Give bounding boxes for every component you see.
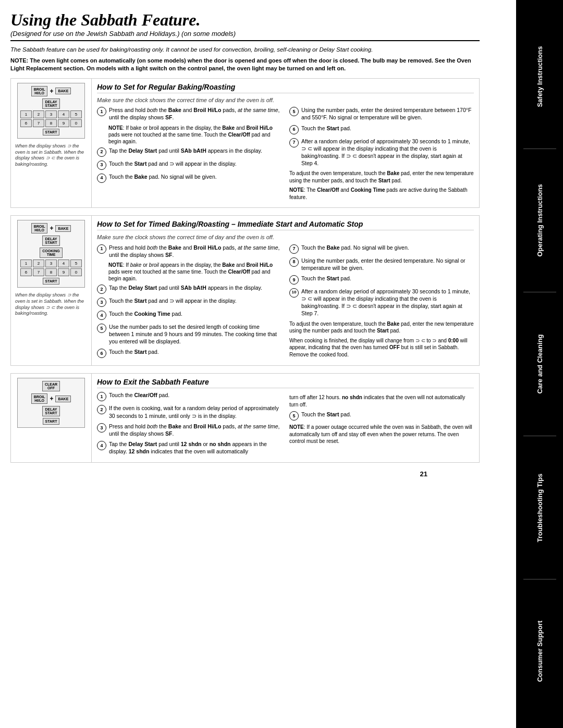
step-item: 1 Touch the Clear/Off pad.	[97, 391, 282, 401]
num-7[interactable]: 7	[33, 119, 44, 127]
plus-icon-3: +	[50, 395, 53, 402]
section2-steps: 1 Press and hold both the Bake and Broil…	[97, 244, 474, 362]
section3-content: How to Exit the Sabbath Feature 1 Touch …	[92, 374, 479, 462]
num-0b[interactable]: 0	[70, 268, 82, 276]
step-item: 3 Touch the Start pad and ⊃ will appear …	[97, 160, 282, 170]
cooking-time-btn[interactable]: COOKINGTIME	[40, 248, 62, 258]
num-4b[interactable]: 4	[58, 260, 69, 267]
section3-steps: 1 Touch the Clear/Off pad. 2 If the oven…	[97, 391, 474, 458]
step-text: Touch the Bake pad. No signal will be gi…	[109, 173, 282, 180]
num-9[interactable]: 9	[58, 119, 69, 127]
step-number: 3	[97, 298, 106, 307]
step-text: Touch the Start pad.	[301, 275, 474, 282]
step-item: 2 Tap the Delay Start pad until SAb bAtH…	[97, 147, 282, 157]
num-9b[interactable]: 9	[58, 268, 69, 276]
step-text: Press and hold both the Bake and Broil H…	[109, 106, 282, 121]
step-text: Touch the Start pad and ⊃ will appear in…	[109, 297, 282, 304]
diagram-caption-1: When the display shows ⊃ the oven is set…	[15, 143, 87, 168]
page-header: ge.com Using the Sabbath Feature. (Desig…	[10, 10, 480, 41]
num-3[interactable]: 3	[45, 110, 57, 118]
step-number: 6	[97, 349, 106, 358]
step-number: 1	[97, 244, 106, 254]
num-4[interactable]: 4	[58, 110, 69, 118]
step-number: 2	[97, 147, 106, 157]
start-btn-2[interactable]: START	[43, 278, 60, 285]
main-content: ge.com Using the Sabbath Feature. (Desig…	[0, 0, 490, 728]
step-item: 10 After a random delay period of approx…	[289, 288, 474, 317]
num-1[interactable]: 1	[20, 110, 32, 118]
adjust-note: To adjust the oven temperature, touch th…	[289, 170, 474, 184]
step-number: 7	[289, 138, 299, 147]
step-number: 4	[97, 441, 106, 450]
num-7b[interactable]: 7	[33, 268, 44, 276]
step-text: Touch the Start pad.	[301, 411, 474, 418]
start-btn[interactable]: START	[43, 129, 60, 135]
oven-diagram-2: BROILHi/Lo + BAKE DELAYSTART COOKINGTIME…	[17, 220, 85, 288]
sidebar-care: Care and Cleaning	[533, 292, 546, 436]
step-item: 6 Touch the Start pad.	[289, 125, 474, 134]
broil-btn-2[interactable]: BROILHi/Lo	[31, 223, 48, 233]
step-cont: turn off after 12 hours. no shdn indicat…	[289, 394, 474, 408]
step-item: 2 If the oven is cooking, wait for a ran…	[97, 404, 282, 419]
num-0[interactable]: 0	[70, 119, 82, 127]
num-1b[interactable]: 1	[20, 260, 32, 267]
step-text: Press and hold both the Bake and Broil H…	[109, 244, 282, 258]
step-number: 1	[97, 392, 106, 401]
start-btn-3[interactable]: START	[43, 418, 60, 425]
diagram-caption-2: When the display shows ⊃ the oven is set…	[15, 292, 87, 317]
num-8b[interactable]: 8	[45, 268, 57, 276]
step-item: 1 Press and hold both the Bake and Broil…	[97, 244, 282, 258]
num-3b[interactable]: 3	[45, 260, 57, 267]
sidebar-consumer: Consumer Support	[533, 579, 546, 723]
step-number: 8	[289, 257, 299, 267]
bake-btn[interactable]: BAKE	[55, 88, 71, 94]
step-text: Touch the Bake pad. No signal will be gi…	[301, 244, 474, 251]
section3-diagram: CLEAROFF BROILHi/Lo + BAKE DELAYSTART ST…	[11, 374, 92, 462]
step-item: 5 Use the number pads to set the desired…	[97, 323, 282, 346]
step-item: 7 After a random delay period of approxi…	[289, 138, 474, 167]
delay-start-btn-3[interactable]: DELAYSTART	[42, 406, 59, 416]
bake-btn-2[interactable]: BAKE	[55, 225, 71, 232]
step-text: Tap the Delay Start pad until SAb bAtH a…	[109, 284, 282, 291]
step-number: 2	[97, 285, 106, 294]
note-inline: NOTE: If bake or broil appears in the di…	[108, 125, 282, 145]
step-item: 3 Touch the Start pad and ⊃ will appear …	[97, 297, 282, 307]
intro-text: The Sabbath feature can be used for baki…	[10, 45, 480, 54]
step-item: 2 Tap the Delay Start pad until SAb bAtH…	[97, 284, 282, 294]
section3-steps-left: 1 Touch the Clear/Off pad. 2 If the oven…	[97, 391, 282, 458]
step-text: Touch the Clear/Off pad.	[109, 391, 282, 399]
sidebar-troubleshooting: Troubleshooting Tips	[533, 436, 546, 579]
step-item: 3 Press and hold both the Bake and Broil…	[97, 423, 282, 437]
section2-subheading: Make sure the clock shows the correct ti…	[97, 233, 474, 241]
num-5[interactable]: 5	[70, 110, 82, 118]
step-number: 3	[97, 423, 106, 433]
step-number: 5	[289, 107, 299, 116]
broil-btn-3[interactable]: BROILHi/Lo	[31, 393, 48, 404]
step-text: Using the number pads, enter the desired…	[301, 106, 474, 121]
section2-heading: How to Set for Timed Baking/Roasting – I…	[97, 220, 474, 230]
note-inline-2: NOTE: If bake or broil appears in the di…	[108, 262, 282, 282]
section2-steps-right: 7 Touch the Bake pad. No signal will be …	[289, 244, 474, 362]
broil-btn[interactable]: BROILHi/Lo	[31, 86, 48, 96]
section1-content: How to Set for Regular Baking/Roasting M…	[92, 79, 479, 207]
bake-btn-3[interactable]: BAKE	[55, 396, 71, 402]
plus-icon-2: +	[50, 225, 53, 232]
clear-off-btn[interactable]: CLEAROFF	[42, 381, 60, 391]
step-item: 8 Using the number pads, enter the desir…	[289, 257, 474, 272]
num-6b[interactable]: 6	[20, 268, 32, 276]
step-text: Touch the Start pad and ⊃ will appear in…	[109, 160, 282, 167]
num-5b[interactable]: 5	[70, 260, 82, 267]
num-6[interactable]: 6	[20, 119, 32, 127]
delay-start-btn-2[interactable]: DELAYSTART	[42, 236, 59, 246]
step-number: 4	[97, 174, 106, 183]
step-number: 9	[289, 275, 299, 285]
num-2b[interactable]: 2	[33, 260, 44, 267]
sidebar-safety: Safety Instructions	[533, 5, 546, 149]
num-2[interactable]: 2	[33, 110, 44, 118]
step-number: 10	[289, 288, 299, 298]
delay-start-btn[interactable]: DELAYSTART	[42, 98, 59, 109]
section-exit-sabbath: CLEAROFF BROILHi/Lo + BAKE DELAYSTART ST…	[10, 373, 480, 463]
oven-diagram-1: BROILHi/Lo + BAKE DELAYSTART 1 2 3 4 5 6…	[17, 83, 85, 139]
section2-diagram: BROILHi/Lo + BAKE DELAYSTART COOKINGTIME…	[11, 216, 92, 365]
num-8[interactable]: 8	[45, 119, 57, 127]
